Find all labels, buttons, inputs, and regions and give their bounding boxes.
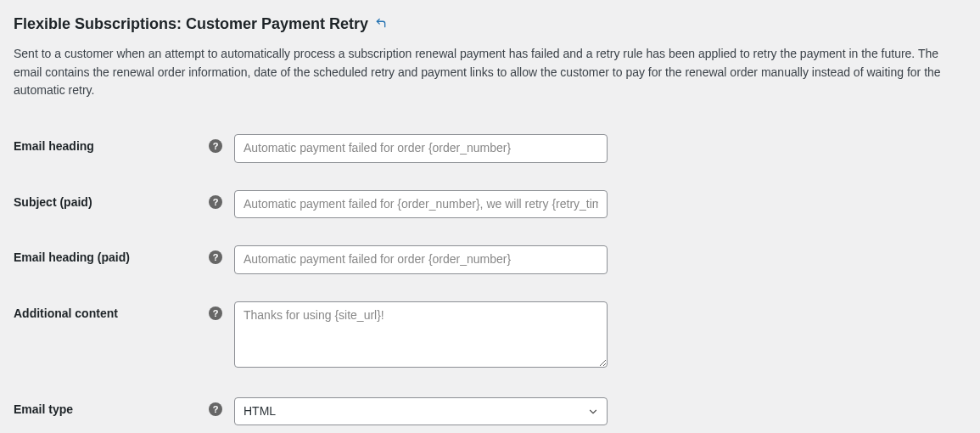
label-col: Email heading ? xyxy=(14,134,234,153)
field-col: HTML xyxy=(234,397,608,426)
row-email-heading: Email heading ? xyxy=(14,121,966,177)
help-icon[interactable]: ? xyxy=(209,250,222,264)
field-col xyxy=(234,190,608,219)
label-email-heading-paid: Email heading (paid) xyxy=(14,250,130,264)
help-icon[interactable]: ? xyxy=(209,402,222,416)
section-title-row: Flexible Subscriptions: Customer Payment… xyxy=(14,15,966,33)
email-settings-panel: Flexible Subscriptions: Customer Payment… xyxy=(0,0,980,433)
field-col xyxy=(234,301,608,370)
return-up-icon xyxy=(375,17,387,31)
email-heading-input[interactable] xyxy=(234,134,608,163)
section-description: Sent to a customer when an attempt to au… xyxy=(14,45,964,100)
help-icon[interactable]: ? xyxy=(209,139,222,153)
label-col: Additional content ? xyxy=(14,301,234,320)
back-link[interactable] xyxy=(375,17,387,32)
email-heading-paid-input[interactable] xyxy=(234,245,608,274)
field-col xyxy=(234,245,608,274)
row-email-heading-paid: Email heading (paid) ? xyxy=(14,232,966,288)
additional-content-textarea[interactable] xyxy=(234,301,608,368)
label-col: Subject (paid) ? xyxy=(14,190,234,209)
row-additional-content: Additional content ? xyxy=(14,288,966,384)
label-additional-content: Additional content xyxy=(14,306,118,320)
label-col: Email heading (paid) ? xyxy=(14,245,234,264)
label-email-type: Email type xyxy=(14,402,73,416)
row-subject-paid: Subject (paid) ? xyxy=(14,177,966,233)
label-email-heading: Email heading xyxy=(14,139,94,153)
row-email-type: Email type ? HTML xyxy=(14,384,966,433)
field-col xyxy=(234,134,608,163)
label-col: Email type ? xyxy=(14,397,234,416)
subject-paid-input[interactable] xyxy=(234,190,608,219)
page-title: Flexible Subscriptions: Customer Payment… xyxy=(14,15,368,33)
label-subject-paid: Subject (paid) xyxy=(14,195,92,209)
help-icon[interactable]: ? xyxy=(209,195,222,209)
help-icon[interactable]: ? xyxy=(209,306,222,320)
email-type-select[interactable]: HTML xyxy=(234,397,608,426)
select-wrap: HTML xyxy=(234,397,608,426)
